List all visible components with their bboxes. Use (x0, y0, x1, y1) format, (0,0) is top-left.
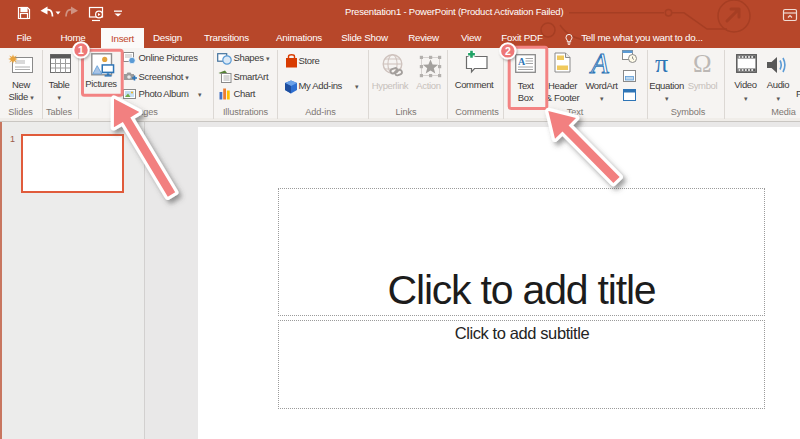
svg-text:π: π (655, 50, 668, 75)
svg-text:Ω: Ω (693, 50, 712, 75)
svg-text:A: A (518, 56, 526, 67)
svg-text:A: A (589, 50, 609, 76)
